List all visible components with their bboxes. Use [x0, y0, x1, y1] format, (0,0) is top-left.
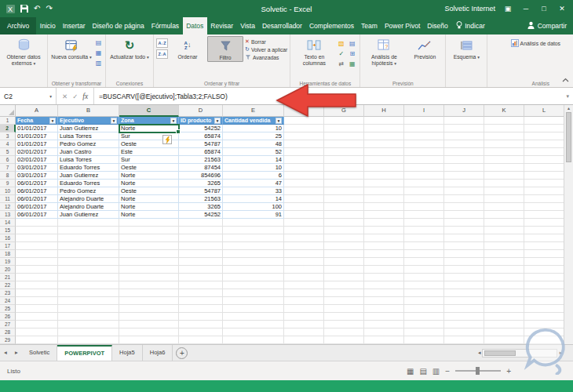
- cell-G9[interactable]: [324, 180, 364, 187]
- cell-F20[interactable]: [284, 266, 324, 274]
- cell-E9[interactable]: 47: [223, 180, 284, 187]
- cell-F29[interactable]: [284, 336, 324, 344]
- row-header-13[interactable]: 13: [0, 211, 16, 219]
- tell-me-box[interactable]: Indicar: [456, 17, 485, 34]
- new-sheet-button[interactable]: +: [176, 347, 188, 359]
- cell-D2[interactable]: 54252: [179, 125, 223, 132]
- cell-H16[interactable]: [364, 234, 404, 242]
- cell-H6[interactable]: [364, 156, 404, 164]
- cell-A23[interactable]: [16, 289, 58, 297]
- cell-J12[interactable]: [444, 203, 484, 211]
- cell-B17[interactable]: [58, 242, 119, 250]
- cell-A10[interactable]: 06/01/2017: [16, 187, 58, 195]
- cell-G8[interactable]: [324, 172, 364, 180]
- cell-I14[interactable]: [404, 219, 444, 227]
- cell-G29[interactable]: [324, 336, 364, 344]
- cell-B4[interactable]: Pedro Gomez: [58, 140, 119, 148]
- cell-B2[interactable]: Juan Gutierrez: [58, 125, 119, 132]
- cell-G28[interactable]: [324, 328, 364, 336]
- cell-I25[interactable]: [404, 305, 444, 313]
- flash-fill-icon[interactable]: ▧: [337, 39, 345, 48]
- row-header-29[interactable]: 29: [0, 336, 16, 344]
- cell-C11[interactable]: Norte: [119, 195, 179, 203]
- cell-K10[interactable]: [484, 187, 524, 195]
- cell-H26[interactable]: [364, 313, 404, 321]
- cell-D27[interactable]: [179, 321, 223, 328]
- cell-H12[interactable]: [364, 203, 404, 211]
- cell-D4[interactable]: 54787: [179, 140, 223, 148]
- row-header-22[interactable]: 22: [0, 281, 16, 289]
- cell-C16[interactable]: [119, 234, 179, 242]
- advanced-filter-button[interactable]: Avanzadas: [245, 54, 287, 61]
- cell-I19[interactable]: [404, 258, 444, 266]
- cell-L20[interactable]: [524, 266, 564, 274]
- row-header-16[interactable]: 16: [0, 234, 16, 242]
- cell-C19[interactable]: [119, 258, 179, 266]
- cell-B10[interactable]: Pedro Gomez: [58, 187, 119, 195]
- cell-I6[interactable]: [404, 156, 444, 164]
- collapse-ribbon-icon[interactable]: [562, 71, 569, 85]
- row-header-14[interactable]: 14: [0, 219, 16, 227]
- cell-G22[interactable]: [324, 281, 364, 289]
- cell-C9[interactable]: Norte: [119, 180, 179, 187]
- cell-I26[interactable]: [404, 313, 444, 321]
- cell-H7[interactable]: [364, 164, 404, 172]
- cell-J14[interactable]: [444, 219, 484, 227]
- cell-F19[interactable]: [284, 258, 324, 266]
- cell-K2[interactable]: [484, 125, 524, 132]
- cell-I7[interactable]: [404, 164, 444, 172]
- cell-I12[interactable]: [404, 203, 444, 211]
- row-header-28[interactable]: 28: [0, 328, 16, 336]
- cell-L7[interactable]: [524, 164, 564, 172]
- cell-H21[interactable]: [364, 274, 404, 281]
- cell-C8[interactable]: Norte: [119, 172, 179, 180]
- tab-formulas[interactable]: Fórmulas: [148, 17, 182, 34]
- cell-J27[interactable]: [444, 321, 484, 328]
- data-analysis-button[interactable]: Análisis de datos: [511, 36, 560, 48]
- cell-K21[interactable]: [484, 274, 524, 281]
- cell-L25[interactable]: [524, 305, 564, 313]
- maximize-icon[interactable]: □: [538, 5, 549, 13]
- vscroll-thumb[interactable]: [566, 112, 571, 162]
- cell-E23[interactable]: [223, 289, 284, 297]
- page-layout-view-icon[interactable]: ▤: [419, 367, 426, 376]
- cell-G14[interactable]: [324, 219, 364, 227]
- cell-K1[interactable]: [484, 117, 524, 125]
- cell-H11[interactable]: [364, 195, 404, 203]
- cell-G2[interactable]: [324, 125, 364, 132]
- cell-F24[interactable]: [284, 297, 324, 305]
- cell-K20[interactable]: [484, 266, 524, 274]
- cell-E20[interactable]: [223, 266, 284, 274]
- cell-L23[interactable]: [524, 289, 564, 297]
- cell-K12[interactable]: [484, 203, 524, 211]
- cell-L5[interactable]: [524, 148, 564, 156]
- cell-B21[interactable]: [58, 274, 119, 281]
- cell-K13[interactable]: [484, 211, 524, 219]
- row-header-15[interactable]: 15: [0, 227, 16, 234]
- cell-F10[interactable]: [284, 187, 324, 195]
- cell-L12[interactable]: [524, 203, 564, 211]
- cell-A20[interactable]: [16, 266, 58, 274]
- cell-D20[interactable]: [179, 266, 223, 274]
- tab-diseno-pagina[interactable]: Diseño de página: [89, 17, 148, 34]
- cell-F26[interactable]: [284, 313, 324, 321]
- cell-K28[interactable]: [484, 328, 524, 336]
- cell-J24[interactable]: [444, 297, 484, 305]
- cell-G25[interactable]: [324, 305, 364, 313]
- cell-J3[interactable]: [444, 132, 484, 140]
- cell-E24[interactable]: [223, 297, 284, 305]
- cell-E14[interactable]: [223, 219, 284, 227]
- cell-J7[interactable]: [444, 164, 484, 172]
- cell-J8[interactable]: [444, 172, 484, 180]
- cell-A6[interactable]: 02/01/2017: [16, 156, 58, 164]
- cell-H15[interactable]: [364, 227, 404, 234]
- cell-C13[interactable]: Norte: [119, 211, 179, 219]
- cell-L16[interactable]: [524, 234, 564, 242]
- cell-C7[interactable]: Oeste: [119, 164, 179, 172]
- tab-inicio[interactable]: Inicio: [36, 17, 59, 34]
- row-header-21[interactable]: 21: [0, 274, 16, 281]
- expand-formula-bar-icon[interactable]: ▾: [562, 88, 573, 104]
- cell-C12[interactable]: Norte: [119, 203, 179, 211]
- cell-L17[interactable]: [524, 242, 564, 250]
- cell-J22[interactable]: [444, 281, 484, 289]
